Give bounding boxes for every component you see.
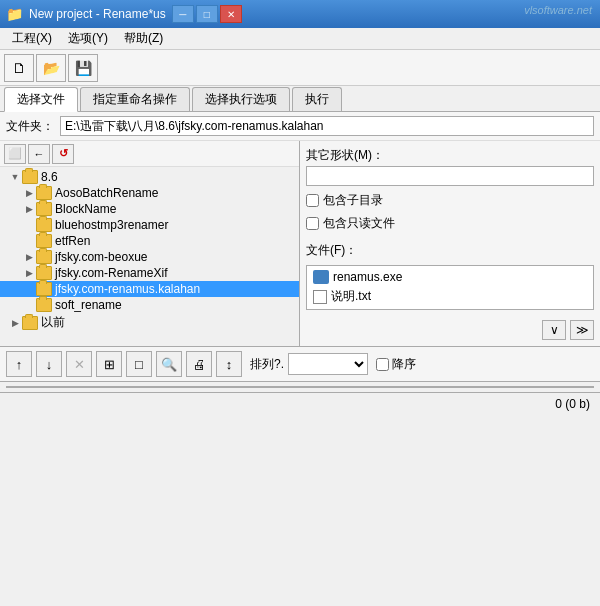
files-list[interactable]: renamus.exe 说明.txt bbox=[306, 265, 594, 310]
maximize-button[interactable]: □ bbox=[196, 5, 218, 23]
down-arrow-btn[interactable]: ∨ bbox=[542, 320, 566, 340]
status-value: 0 (0 b) bbox=[555, 397, 590, 411]
expander-2: ▶ bbox=[22, 202, 36, 216]
main-toolbar: 🗋 📂 💾 bbox=[0, 50, 600, 86]
tab-execute[interactable]: 执行 bbox=[292, 87, 342, 111]
root-folder-icon bbox=[22, 170, 38, 184]
sort-icon-button[interactable]: ↕ bbox=[216, 351, 242, 377]
tree-btn-left[interactable]: ⬜ bbox=[4, 144, 26, 164]
window-title: New project - Rename*us bbox=[29, 7, 166, 21]
content-area: ⬜ ← ↺ ▼ 8.6 ▶ AosoBatchRename bbox=[0, 141, 600, 346]
tree-item[interactable]: ▶ bluehostmp3renamer bbox=[0, 217, 299, 233]
folder-icon-4 bbox=[36, 234, 52, 248]
tree-item-label: BlockName bbox=[55, 202, 116, 216]
double-down-arrow-btn[interactable]: ≫ bbox=[570, 320, 594, 340]
open-button[interactable]: 📂 bbox=[36, 54, 66, 82]
exe-icon bbox=[313, 270, 329, 284]
search-button[interactable]: 🔍 bbox=[156, 351, 182, 377]
menubar: 工程(X) 选项(Y) 帮助(Z) bbox=[0, 28, 600, 50]
file-item-exe[interactable]: renamus.exe bbox=[309, 268, 591, 286]
grid-button[interactable]: ⊞ bbox=[96, 351, 122, 377]
folder-input[interactable] bbox=[60, 116, 594, 136]
close-button[interactable]: ✕ bbox=[220, 5, 242, 23]
root-expander: ▼ bbox=[8, 170, 22, 184]
below-folder-icon bbox=[22, 316, 38, 330]
expander-6: ▶ bbox=[22, 266, 36, 280]
tree-item[interactable]: ▶ etfRen bbox=[0, 233, 299, 249]
order-checkbox-row: 降序 bbox=[376, 356, 416, 373]
other-shapes-section: 其它形状(M)： bbox=[306, 147, 594, 186]
watermark: vlsoftware.net bbox=[524, 4, 592, 16]
menu-help[interactable]: 帮助(Z) bbox=[116, 28, 171, 49]
sort-label: 排列?. bbox=[250, 356, 284, 373]
delete-button[interactable]: ✕ bbox=[66, 351, 92, 377]
files-label: 文件(F)： bbox=[306, 242, 594, 259]
folder-icon-7 bbox=[36, 282, 52, 296]
sort-dropdown[interactable] bbox=[288, 353, 368, 375]
tree-item-below[interactable]: ▶ 以前 bbox=[0, 313, 299, 332]
include-readonly-checkbox[interactable] bbox=[306, 217, 319, 230]
new-button[interactable]: 🗋 bbox=[4, 54, 34, 82]
file-item-txt[interactable]: 说明.txt bbox=[309, 286, 591, 307]
tree-item-label: AosoBatchRename bbox=[55, 186, 158, 200]
folder-icon-8 bbox=[36, 298, 52, 312]
file-name-txt: 说明.txt bbox=[331, 288, 371, 305]
tree-item-label: etfRen bbox=[55, 234, 90, 248]
tab-bar: 选择文件 指定重命名操作 选择执行选项 执行 bbox=[0, 86, 600, 112]
other-shapes-label: 其它形状(M)： bbox=[306, 147, 594, 164]
tab-select-files[interactable]: 选择文件 bbox=[4, 87, 78, 112]
menu-project[interactable]: 工程(X) bbox=[4, 28, 60, 49]
tree-item-label: jfsky.com-RenameXif bbox=[55, 266, 167, 280]
app-icon: 📁 bbox=[6, 6, 23, 22]
include-readonly-row: 包含只读文件 bbox=[306, 215, 594, 232]
tree-item-label: bluehostmp3renamer bbox=[55, 218, 168, 232]
tree-btn-back[interactable]: ← bbox=[28, 144, 50, 164]
descending-checkbox[interactable] bbox=[376, 358, 389, 371]
arrow-buttons: ∨ ≫ bbox=[306, 320, 594, 340]
save-button[interactable]: 💾 bbox=[68, 54, 98, 82]
tree-item[interactable]: ▶ jfsky.com-beoxue bbox=[0, 249, 299, 265]
statusbar: 0 (0 b) bbox=[0, 392, 600, 414]
tree-item-label: jfsky.com-renamus.kalahan bbox=[55, 282, 200, 296]
tree-item[interactable]: ▶ AosoBatchRename bbox=[0, 185, 299, 201]
print-button[interactable]: 🖨 bbox=[186, 351, 212, 377]
other-shapes-input[interactable] bbox=[306, 166, 594, 186]
txt-icon bbox=[313, 290, 327, 304]
tree-root-label: 8.6 bbox=[41, 170, 58, 184]
include-subdirs-checkbox[interactable] bbox=[306, 194, 319, 207]
tree-item[interactable]: ▶ BlockName bbox=[0, 201, 299, 217]
tree-item-label: soft_rename bbox=[55, 298, 122, 312]
tab-rename-ops[interactable]: 指定重命名操作 bbox=[80, 87, 190, 111]
tree-container[interactable]: ▼ 8.6 ▶ AosoBatchRename ▶ BlockName bbox=[0, 167, 299, 346]
folder-label: 文件夹： bbox=[6, 118, 54, 135]
tree-btn-refresh[interactable]: ↺ bbox=[52, 144, 74, 164]
tree-toolbar: ⬜ ← ↺ bbox=[0, 141, 299, 167]
folder-icon-5 bbox=[36, 250, 52, 264]
move-down-button[interactable]: ↓ bbox=[36, 351, 62, 377]
expander-1: ▶ bbox=[22, 186, 36, 200]
descending-label: 降序 bbox=[392, 356, 416, 373]
tab-exec-options[interactable]: 选择执行选项 bbox=[192, 87, 290, 111]
folder-icon-3 bbox=[36, 218, 52, 232]
expander-5: ▶ bbox=[22, 250, 36, 264]
tree-item[interactable]: ▶ soft_rename bbox=[0, 297, 299, 313]
folder-bar: 文件夹： bbox=[0, 112, 600, 141]
minimize-button[interactable]: ─ bbox=[172, 5, 194, 23]
include-readonly-label: 包含只读文件 bbox=[323, 215, 395, 232]
window-controls: ─ □ ✕ bbox=[172, 5, 242, 23]
tree-item-selected[interactable]: ▶ jfsky.com-renamus.kalahan bbox=[0, 281, 299, 297]
tree-item-below-label: 以前 bbox=[41, 314, 65, 331]
left-panel: ⬜ ← ↺ ▼ 8.6 ▶ AosoBatchRename bbox=[0, 141, 300, 346]
tree-root[interactable]: ▼ 8.6 bbox=[0, 169, 299, 185]
include-subdirs-label: 包含子目录 bbox=[323, 192, 383, 209]
file-name-exe: renamus.exe bbox=[333, 270, 402, 284]
folder-icon-1 bbox=[36, 186, 52, 200]
tree-item-label: jfsky.com-beoxue bbox=[55, 250, 147, 264]
right-panel: 其它形状(M)： 包含子目录 包含只读文件 文件(F)： renamus.exe… bbox=[300, 141, 600, 346]
square-button[interactable]: □ bbox=[126, 351, 152, 377]
bottom-toolbar: ↑ ↓ ✕ ⊞ □ 🔍 🖨 ↕ 排列?. 降序 bbox=[0, 346, 600, 382]
tree-item[interactable]: ▶ jfsky.com-RenameXif bbox=[0, 265, 299, 281]
preview-area bbox=[6, 386, 594, 388]
menu-options[interactable]: 选项(Y) bbox=[60, 28, 116, 49]
move-up-button[interactable]: ↑ bbox=[6, 351, 32, 377]
